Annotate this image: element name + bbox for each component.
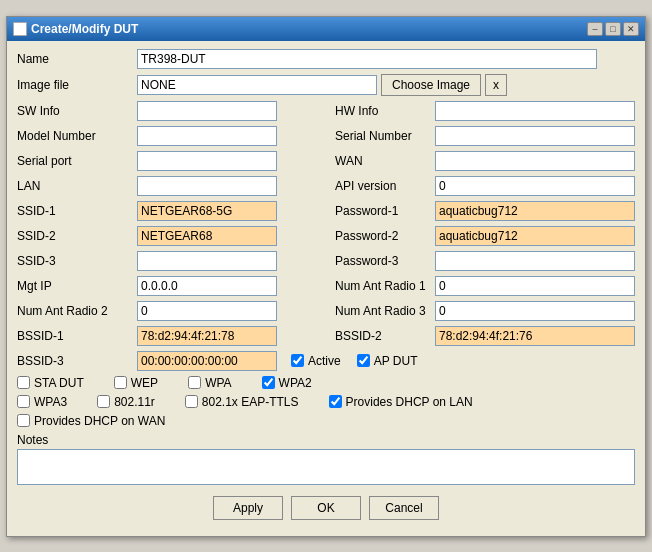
wpa-group: WPA bbox=[188, 376, 231, 390]
close-button[interactable]: ✕ bbox=[623, 22, 639, 36]
password2-input[interactable] bbox=[435, 226, 635, 246]
lan-col: LAN bbox=[17, 176, 327, 196]
ssid2-input[interactable] bbox=[137, 226, 277, 246]
serial-wan-row: Serial port WAN bbox=[17, 151, 635, 171]
dhcp-wan-group: Provides DHCP on WAN bbox=[17, 414, 165, 428]
dhcp-wan-label: Provides DHCP on WAN bbox=[34, 414, 165, 428]
mgt-ip-input[interactable] bbox=[137, 276, 277, 296]
title-controls: – □ ✕ bbox=[587, 22, 639, 36]
wan-col: WAN bbox=[327, 151, 635, 171]
wpa3-row: WPA3 802.11r 802.1x EAP-TTLS Provides DH… bbox=[17, 395, 635, 409]
wpa3-group: WPA3 bbox=[17, 395, 67, 409]
apply-button[interactable]: Apply bbox=[213, 496, 283, 520]
eap-ttls-checkbox[interactable] bbox=[185, 395, 198, 408]
clear-image-button[interactable]: x bbox=[485, 74, 507, 96]
ok-button[interactable]: OK bbox=[291, 496, 361, 520]
serial-port-label: Serial port bbox=[17, 154, 137, 168]
dhcp-lan-checkbox[interactable] bbox=[329, 395, 342, 408]
eap-ttls-group: 802.1x EAP-TTLS bbox=[185, 395, 299, 409]
name-input[interactable] bbox=[137, 49, 597, 69]
title-bar: Create/Modify DUT – □ ✕ bbox=[7, 17, 645, 41]
bssid2-col: BSSID-2 bbox=[327, 326, 635, 346]
serial-port-input[interactable] bbox=[137, 151, 277, 171]
bssid3-input[interactable] bbox=[137, 351, 277, 371]
api-version-label: API version bbox=[335, 179, 435, 193]
num-ant-radio1-input[interactable] bbox=[435, 276, 635, 296]
password1-label: Password-1 bbox=[335, 204, 435, 218]
num-ant-radio3-input[interactable] bbox=[435, 301, 635, 321]
bssid2-input[interactable] bbox=[435, 326, 635, 346]
image-file-label: Image file bbox=[17, 78, 137, 92]
api-col: API version bbox=[327, 176, 635, 196]
eap-ttls-label: 802.1x EAP-TTLS bbox=[202, 395, 299, 409]
dialog-title: Create/Modify DUT bbox=[31, 22, 138, 36]
bssid1-col: BSSID-1 bbox=[17, 326, 327, 346]
password2-col: Password-2 bbox=[327, 226, 635, 246]
wpa2-label: WPA2 bbox=[279, 376, 312, 390]
ssid1-label: SSID-1 bbox=[17, 204, 137, 218]
bssid2-label: BSSID-2 bbox=[335, 329, 435, 343]
ssid3-col: SSID-3 bbox=[17, 251, 327, 271]
dhcp-lan-label: Provides DHCP on LAN bbox=[346, 395, 473, 409]
bssid1-row: BSSID-1 BSSID-2 bbox=[17, 326, 635, 346]
ssid1-row: SSID-1 Password-1 bbox=[17, 201, 635, 221]
ap-dut-checkbox-group: AP DUT bbox=[357, 354, 418, 368]
lan-input[interactable] bbox=[137, 176, 277, 196]
maximize-button[interactable]: □ bbox=[605, 22, 621, 36]
mgt-ip-label: Mgt IP bbox=[17, 279, 137, 293]
sta-dut-label: STA DUT bbox=[34, 376, 84, 390]
wan-input[interactable] bbox=[435, 151, 635, 171]
mgt-ip-col: Mgt IP bbox=[17, 276, 327, 296]
cancel-button[interactable]: Cancel bbox=[369, 496, 439, 520]
model-number-input[interactable] bbox=[137, 126, 277, 146]
wep-checkbox[interactable] bbox=[114, 376, 127, 389]
ap-dut-checkbox[interactable] bbox=[357, 354, 370, 367]
password3-col: Password-3 bbox=[327, 251, 635, 271]
notes-section: Notes bbox=[17, 433, 635, 488]
hw-info-label: HW Info bbox=[335, 104, 435, 118]
bssid3-active-row: BSSID-3 Active AP DUT bbox=[17, 351, 635, 371]
active-checkbox[interactable] bbox=[291, 354, 304, 367]
sw-info-label: SW Info bbox=[17, 104, 137, 118]
wep-group: WEP bbox=[114, 376, 158, 390]
bssid1-label: BSSID-1 bbox=[17, 329, 137, 343]
image-file-input[interactable] bbox=[137, 75, 377, 95]
model-number-label: Model Number bbox=[17, 129, 137, 143]
notes-label: Notes bbox=[17, 433, 635, 447]
button-row: Apply OK Cancel bbox=[17, 496, 635, 528]
dhcp-wan-checkbox[interactable] bbox=[17, 414, 30, 427]
sta-dut-checkbox[interactable] bbox=[17, 376, 30, 389]
ssid2-label: SSID-2 bbox=[17, 229, 137, 243]
wpa2-checkbox[interactable] bbox=[262, 376, 275, 389]
radio2-col: Num Ant Radio 2 bbox=[17, 301, 327, 321]
wpa3-checkbox[interactable] bbox=[17, 395, 30, 408]
hw-info-input[interactable] bbox=[435, 101, 635, 121]
password3-input[interactable] bbox=[435, 251, 635, 271]
r80211-group: 802.11r bbox=[97, 395, 155, 409]
model-serial-row: Model Number Serial Number bbox=[17, 126, 635, 146]
r80211-checkbox[interactable] bbox=[97, 395, 110, 408]
wpa-checkbox[interactable] bbox=[188, 376, 201, 389]
wpa3-label: WPA3 bbox=[34, 395, 67, 409]
password1-input[interactable] bbox=[435, 201, 635, 221]
radio3-col: Num Ant Radio 3 bbox=[327, 301, 635, 321]
ssid1-input[interactable] bbox=[137, 201, 277, 221]
ssid2-row: SSID-2 Password-2 bbox=[17, 226, 635, 246]
sw-info-input[interactable] bbox=[137, 101, 277, 121]
num-ant-radio3-label: Num Ant Radio 3 bbox=[335, 304, 435, 318]
notes-input[interactable] bbox=[17, 449, 635, 485]
choose-image-button[interactable]: Choose Image bbox=[381, 74, 481, 96]
window-icon bbox=[13, 22, 27, 36]
ssid3-input[interactable] bbox=[137, 251, 277, 271]
minimize-button[interactable]: – bbox=[587, 22, 603, 36]
bssid1-input[interactable] bbox=[137, 326, 277, 346]
num-ant-radio2-input[interactable] bbox=[137, 301, 277, 321]
active-checkbox-group: Active bbox=[291, 354, 341, 368]
hw-info-col: HW Info bbox=[327, 101, 635, 121]
ap-dut-label: AP DUT bbox=[374, 354, 418, 368]
num-ant-radio2-label: Num Ant Radio 2 bbox=[17, 304, 137, 318]
api-version-input[interactable] bbox=[435, 176, 635, 196]
num-ant-radio1-label: Num Ant Radio 1 bbox=[335, 279, 435, 293]
serial-number-input[interactable] bbox=[435, 126, 635, 146]
lan-label: LAN bbox=[17, 179, 137, 193]
